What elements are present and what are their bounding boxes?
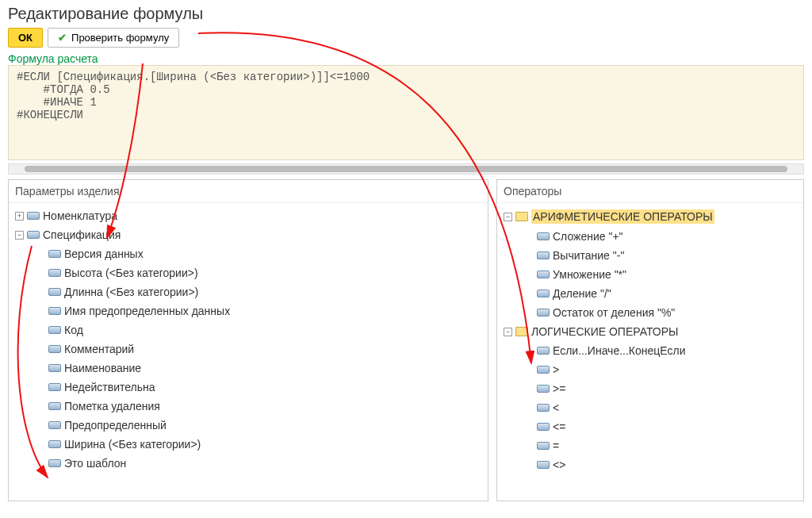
tree-item[interactable]: Комментарий bbox=[9, 340, 488, 359]
attr-icon bbox=[537, 461, 550, 469]
attr-icon bbox=[537, 271, 550, 278]
tree-item[interactable]: <= bbox=[497, 417, 803, 436]
parameters-panel: Параметры изделия + Номенклатура − Специ… bbox=[8, 179, 488, 501]
attr-icon bbox=[48, 402, 61, 410]
folder-icon bbox=[515, 212, 528, 221]
attr-icon bbox=[537, 404, 550, 412]
tree-item[interactable]: Версия данных bbox=[9, 244, 488, 263]
attr-icon bbox=[537, 366, 550, 374]
ok-button[interactable]: ОК bbox=[8, 28, 43, 48]
operators-panel-title: Операторы bbox=[497, 180, 803, 203]
tree-item[interactable]: > bbox=[497, 360, 803, 379]
tree-item[interactable]: Сложение "+" bbox=[497, 227, 803, 246]
tree-label: Спецификация bbox=[43, 228, 121, 241]
check-formula-button[interactable]: ✔ Проверить формулу bbox=[48, 28, 179, 48]
check-icon: ✔ bbox=[58, 32, 67, 44]
collapse-icon[interactable]: − bbox=[15, 231, 24, 240]
collapse-icon[interactable]: − bbox=[504, 328, 512, 336]
tree-group-arithmetic[interactable]: − АРИФМЕТИЧЕСКИЕ ОПЕРАТОРЫ bbox=[497, 206, 803, 227]
attr-icon bbox=[48, 364, 61, 372]
tree-item[interactable]: < bbox=[497, 398, 803, 417]
attr-icon bbox=[48, 345, 61, 353]
tree-node-nomenklatura[interactable]: + Номенклатура bbox=[9, 206, 488, 225]
attr-icon bbox=[48, 307, 61, 315]
tree-item-if-else[interactable]: Если...Иначе...КонецЕсли bbox=[497, 341, 803, 360]
tree-item[interactable]: Умножение "*" bbox=[497, 265, 803, 284]
tree-item[interactable]: Длинна (<Без категории>) bbox=[9, 282, 488, 301]
attr-icon bbox=[48, 383, 61, 391]
tree-item-shirina[interactable]: Ширина (<Без категории>) bbox=[9, 435, 488, 454]
tree-node-spec[interactable]: − Спецификация bbox=[9, 225, 488, 244]
tree-label: Номенклатура bbox=[43, 209, 117, 222]
attr-icon bbox=[537, 232, 550, 240]
parameters-panel-title: Параметры изделия bbox=[9, 180, 488, 203]
attr-icon bbox=[537, 251, 550, 259]
attr-icon bbox=[537, 309, 550, 317]
attr-icon bbox=[48, 326, 61, 334]
attr-icon bbox=[48, 269, 61, 277]
tree-item[interactable]: Предопределенный bbox=[9, 416, 488, 435]
check-formula-label: Проверить формулу bbox=[71, 32, 169, 44]
formula-editor[interactable]: #ЕСЛИ [Спецификация.[Ширина (<Без катего… bbox=[8, 65, 804, 160]
toolbar: ОК ✔ Проверить формулу bbox=[8, 28, 804, 48]
attr-icon bbox=[48, 250, 61, 258]
attr-icon bbox=[537, 347, 550, 355]
scrollbar-thumb[interactable] bbox=[25, 166, 787, 172]
tree-item[interactable]: = bbox=[497, 436, 803, 455]
tree-item[interactable]: Вычитание "-" bbox=[497, 246, 803, 265]
operators-panel: Операторы − АРИФМЕТИЧЕСКИЕ ОПЕРАТОРЫ Сло… bbox=[496, 179, 804, 501]
tree-item[interactable]: Деление "/" bbox=[497, 284, 803, 303]
attr-icon bbox=[537, 442, 550, 450]
tree-item[interactable]: Пометка удаления bbox=[9, 397, 488, 416]
tree-item[interactable]: Высота (<Без категории>) bbox=[9, 263, 488, 282]
horizontal-scrollbar[interactable] bbox=[8, 163, 804, 175]
tree-item[interactable]: Наименование bbox=[9, 359, 488, 378]
tree-item[interactable]: Остаток от деления "%" bbox=[497, 303, 803, 322]
tree-item[interactable]: Имя предопределенных данных bbox=[9, 301, 488, 320]
tree-item[interactable]: Это шаблон bbox=[9, 454, 488, 473]
attr-icon bbox=[48, 459, 61, 467]
tree-group-logical[interactable]: − ЛОГИЧЕСКИЕ ОПЕРАТОРЫ bbox=[497, 322, 803, 341]
parameters-tree[interactable]: + Номенклатура − Спецификация Версия дан… bbox=[9, 203, 488, 501]
attr-icon bbox=[48, 288, 61, 296]
attr-icon bbox=[48, 421, 61, 429]
attr-icon bbox=[537, 385, 550, 393]
folder-icon bbox=[515, 327, 528, 336]
expand-icon[interactable]: + bbox=[15, 212, 24, 221]
attr-icon bbox=[27, 212, 40, 220]
page-title: Редактирование формулы bbox=[8, 5, 804, 23]
tree-item[interactable]: <> bbox=[497, 455, 803, 474]
operators-tree[interactable]: − АРИФМЕТИЧЕСКИЕ ОПЕРАТОРЫ Сложение "+" … bbox=[497, 203, 803, 501]
tree-item[interactable]: Недействительна bbox=[9, 378, 488, 397]
attr-icon bbox=[48, 440, 61, 448]
tree-label: АРИФМЕТИЧЕСКИЕ ОПЕРАТОРЫ bbox=[531, 209, 714, 224]
tree-item[interactable]: >= bbox=[497, 379, 803, 398]
tree-item[interactable]: Код bbox=[9, 320, 488, 340]
attr-icon bbox=[537, 423, 550, 431]
tree-label: ЛОГИЧЕСКИЕ ОПЕРАТОРЫ bbox=[531, 325, 678, 338]
attr-icon bbox=[537, 290, 550, 297]
attr-icon bbox=[27, 231, 40, 239]
formula-section-label: Формула расчета bbox=[0, 51, 812, 65]
collapse-icon[interactable]: − bbox=[504, 213, 512, 221]
